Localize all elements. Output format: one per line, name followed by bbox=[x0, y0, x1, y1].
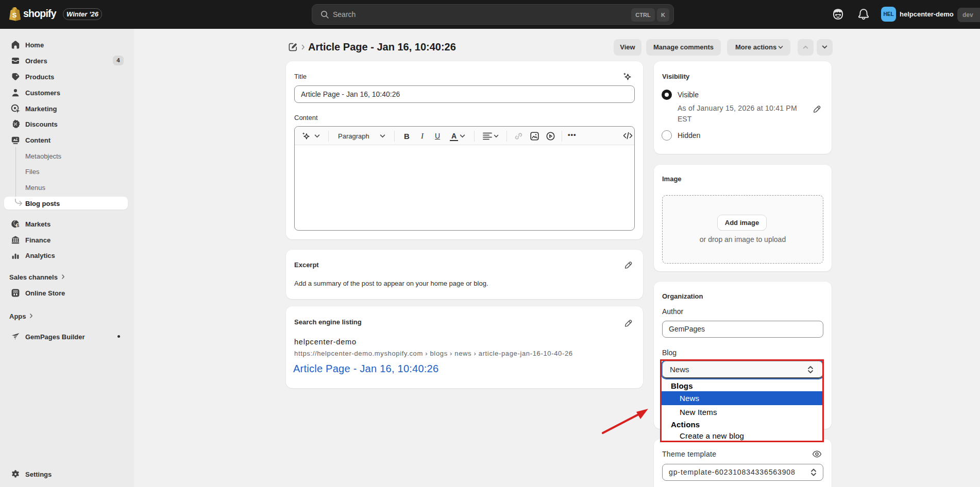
svg-text:$: $ bbox=[16, 223, 19, 228]
svg-text:S: S bbox=[12, 11, 17, 19]
